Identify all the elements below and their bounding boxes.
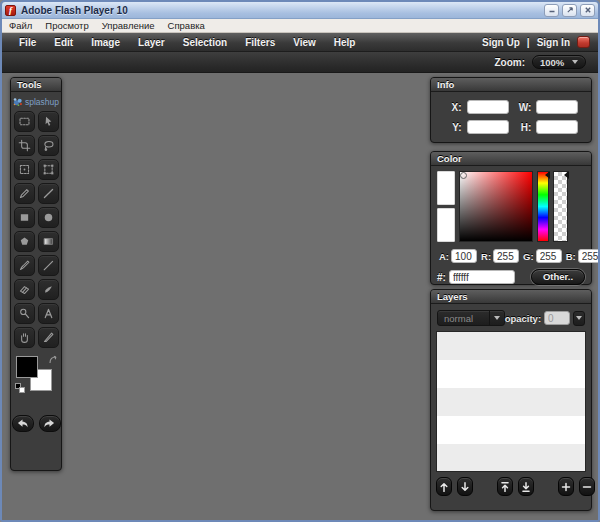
redo-icon <box>43 418 56 429</box>
menu-view[interactable]: View <box>284 37 325 48</box>
brush-icon <box>18 259 31 272</box>
minimize-button[interactable] <box>544 4 559 17</box>
layer-buttons <box>431 472 591 496</box>
layer-to-bottom-button[interactable] <box>518 477 534 496</box>
foreground-color-swatch[interactable] <box>16 356 38 378</box>
player-menu-control[interactable]: Управление <box>102 20 155 31</box>
undo-button[interactable] <box>12 415 34 432</box>
maximize-icon <box>566 6 574 14</box>
player-menu-view[interactable]: Просмотр <box>45 20 88 31</box>
sv-picker-marker[interactable] <box>460 172 467 179</box>
rectangle-shape-icon <box>18 211 31 224</box>
move-layer-up-button[interactable] <box>436 477 452 496</box>
tool-lasso[interactable] <box>38 135 59 156</box>
tool-pen[interactable] <box>38 255 59 276</box>
player-menu-file[interactable]: Файл <box>9 20 32 31</box>
polygon-shape-icon <box>18 235 31 248</box>
tool-text[interactable] <box>38 303 59 324</box>
menu-image[interactable]: Image <box>82 37 129 48</box>
tool-polygon-shape[interactable] <box>14 231 35 252</box>
player-menu-help[interactable]: Справка <box>168 20 205 31</box>
chevron-down-icon <box>494 316 500 320</box>
player-menubar: Файл Просмотр Управление Справка <box>2 19 598 33</box>
blue-input[interactable] <box>578 249 600 263</box>
tool-marquee-select[interactable] <box>14 111 35 132</box>
primary-color-preview[interactable] <box>437 171 455 205</box>
menu-filters[interactable]: Filters <box>236 37 284 48</box>
layers-panel-header[interactable]: Layers <box>431 290 591 304</box>
maximize-button[interactable] <box>562 4 577 17</box>
tool-ellipse-shape[interactable] <box>38 207 59 228</box>
y-label: Y: <box>449 122 462 133</box>
signin-divider: | <box>527 37 530 48</box>
tool-dodge[interactable] <box>14 303 35 324</box>
layer-to-top-button[interactable] <box>497 477 513 496</box>
sign-in-link[interactable]: Sign In <box>537 37 570 48</box>
splashup-logo-text: splashup <box>25 97 59 107</box>
tool-crop[interactable] <box>14 135 35 156</box>
info-panel-header[interactable]: Info <box>431 78 591 92</box>
menu-selection[interactable]: Selection <box>174 37 236 48</box>
options-toolbar: Zoom: 100% <box>2 52 598 73</box>
tool-rectangle-shape[interactable] <box>14 207 35 228</box>
tool-hand[interactable] <box>14 327 35 348</box>
other-color-button[interactable]: Other.. <box>531 269 585 285</box>
green-label: G: <box>523 251 534 262</box>
hue-slider-marker[interactable] <box>545 171 550 179</box>
tool-free-transform[interactable] <box>38 159 59 180</box>
menu-layer[interactable]: Layer <box>129 37 174 48</box>
blend-mode-dropdown[interactable]: normal <box>437 310 505 326</box>
tool-sharpen[interactable] <box>38 327 59 348</box>
layer-list[interactable] <box>436 331 586 472</box>
alpha-slider[interactable] <box>553 171 568 242</box>
move-layer-down-button[interactable] <box>457 477 473 496</box>
x-input[interactable] <box>467 100 509 114</box>
app-menubar: File Edit Image Layer Selection Filters … <box>2 33 598 52</box>
tool-bounding-select[interactable] <box>14 159 35 180</box>
green-input[interactable] <box>536 249 562 263</box>
close-button[interactable] <box>580 4 595 17</box>
w-input[interactable] <box>536 100 578 114</box>
layers-panel: Layers normal opacity: <box>430 289 592 511</box>
blend-mode-value: normal <box>438 311 489 325</box>
opacity-input[interactable] <box>544 311 570 325</box>
workspace-canvas[interactable]: Tools splashup <box>2 73 598 521</box>
menu-help[interactable]: Help <box>325 37 365 48</box>
add-layer-button[interactable] <box>558 477 574 496</box>
tool-pencil[interactable] <box>14 183 35 204</box>
pencil-icon <box>18 187 31 200</box>
titlebar[interactable]: f Adobe Flash Player 10 <box>2 2 598 19</box>
tool-move[interactable] <box>38 111 59 132</box>
alpha-slider-marker[interactable] <box>564 171 569 179</box>
red-input[interactable] <box>493 249 519 263</box>
zoom-dropdown[interactable]: 100% <box>532 55 586 69</box>
tool-eraser[interactable] <box>14 279 35 300</box>
delete-layer-button[interactable] <box>579 477 595 496</box>
saturation-value-picker[interactable] <box>459 171 533 242</box>
redo-button[interactable] <box>39 415 61 432</box>
secondary-color-preview[interactable] <box>437 208 455 242</box>
alpha-input[interactable] <box>451 249 477 263</box>
splashup-logo: splashup <box>11 97 61 107</box>
tools-panel-header[interactable]: Tools <box>11 78 61 92</box>
opacity-dropdown-button[interactable] <box>573 311 585 326</box>
dodge-icon <box>18 307 31 320</box>
tool-smudge[interactable] <box>38 279 59 300</box>
swap-colors-icon[interactable] <box>48 355 58 365</box>
tool-gradient[interactable] <box>38 231 59 252</box>
h-input[interactable] <box>536 120 578 134</box>
session-indicator-button[interactable] <box>577 36 590 48</box>
tool-brush[interactable] <box>14 255 35 276</box>
chevron-down-icon <box>576 316 582 320</box>
sign-up-link[interactable]: Sign Up <box>482 37 520 48</box>
menu-file[interactable]: File <box>10 37 45 48</box>
menu-edit[interactable]: Edit <box>45 37 82 48</box>
tool-line[interactable] <box>38 183 59 204</box>
y-input[interactable] <box>467 120 509 134</box>
hex-input[interactable] <box>449 270 515 284</box>
hue-slider[interactable] <box>537 171 549 242</box>
pen-icon <box>42 259 55 272</box>
color-panel-header[interactable]: Color <box>431 152 591 166</box>
info-panel: Info X: W: Y: H: <box>430 77 592 143</box>
color-body: A: R: G: B: #: Other.. <box>431 166 591 285</box>
